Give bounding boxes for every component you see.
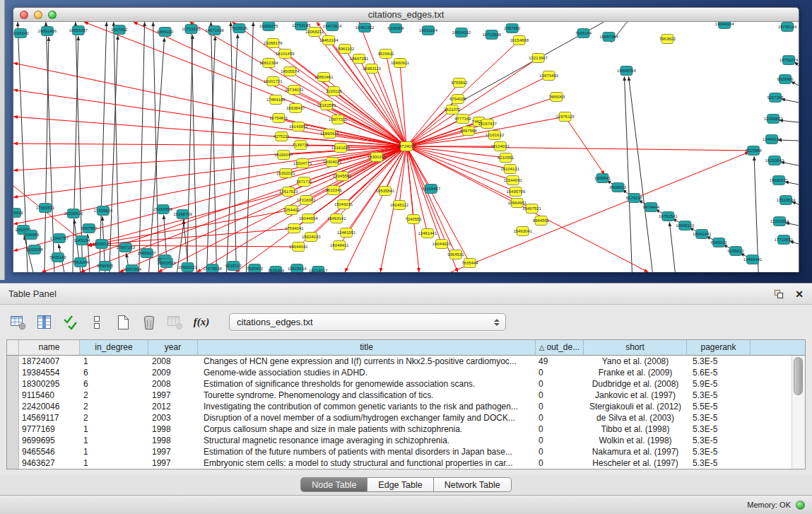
- graph-edge[interactable]: [290, 71, 406, 146]
- scrollbar-thumb[interactable]: [794, 357, 803, 395]
- table-cell[interactable]: 2008: [148, 378, 198, 390]
- graph-edge[interactable]: [406, 135, 495, 146]
- table-cell[interactable]: 14569117: [19, 412, 80, 424]
- table-cell[interactable]: Tibbo et al. (1998): [584, 424, 687, 435]
- graph-edge[interactable]: [451, 152, 749, 272]
- table-cell[interactable]: 5.9E-5: [687, 378, 751, 390]
- graph-edge[interactable]: [184, 220, 188, 262]
- table-cell[interactable]: 22420046: [19, 401, 80, 412]
- deselect-icon[interactable]: [87, 313, 107, 332]
- close-panel-icon[interactable]: ✕: [795, 289, 804, 299]
- table-row[interactable]: 1456911722003Disruption of a novel membe…: [7, 412, 805, 424]
- graph-edge[interactable]: [164, 215, 167, 257]
- table-row[interactable]: 946554611997Estimation of the future num…: [7, 446, 805, 457]
- table-cell[interactable]: 9699695: [19, 435, 80, 446]
- graph-edge[interactable]: [139, 22, 145, 272]
- function-builder-icon[interactable]: f(x): [192, 313, 211, 332]
- graph-edge[interactable]: [624, 76, 632, 272]
- table-cell[interactable]: Jankovic et al. (1997): [584, 390, 687, 401]
- table-cell[interactable]: 5.3E-5: [687, 435, 751, 446]
- network-canvas[interactable]: 5105343206914061065328715276026466100107…: [13, 22, 799, 272]
- graph-edge[interactable]: [114, 22, 119, 272]
- table-cell[interactable]: 9463627: [19, 457, 80, 469]
- tab-edge-table[interactable]: Edge Table: [367, 477, 433, 492]
- table-cell[interactable]: 2003: [148, 412, 198, 424]
- select-all-icon[interactable]: [61, 313, 81, 332]
- table-cell[interactable]: 5.3E-5: [687, 390, 751, 401]
- table-cell[interactable]: 1998: [148, 424, 198, 435]
- table-cell[interactable]: 1997: [148, 446, 198, 457]
- column-header-name[interactable]: name: [19, 340, 80, 356]
- table-cell[interactable]: Corpus callosum shape and size in male p…: [198, 424, 536, 435]
- table-cell[interactable]: 5.3E-5: [687, 356, 751, 367]
- table-cell[interactable]: Genome-wide association studies in ADHD.: [198, 367, 536, 378]
- table-row[interactable]: 977716911998Corpus callosum shape and si…: [7, 424, 805, 435]
- graph-edge[interactable]: [791, 81, 799, 86]
- graph-edge[interactable]: [46, 22, 54, 272]
- table-cell[interactable]: Nakamura et al. (1997): [584, 446, 687, 457]
- table-cell[interactable]: 5.3E-5: [687, 457, 751, 469]
- table-cell[interactable]: Structural magnetic resonance image aver…: [198, 435, 536, 446]
- graph-edge[interactable]: [76, 22, 83, 272]
- graph-edge[interactable]: [153, 22, 159, 272]
- column-header-short[interactable]: short: [584, 340, 687, 356]
- table-cell[interactable]: 18300295: [19, 378, 80, 390]
- delete-icon[interactable]: [139, 313, 159, 332]
- table-cell[interactable]: Hescheler et al. (1997): [584, 457, 687, 469]
- table-cell[interactable]: 1998: [148, 435, 198, 446]
- table-cell[interactable]: 2: [80, 390, 148, 401]
- table-cell[interactable]: 2: [80, 412, 148, 424]
- memory-status-indicator[interactable]: [796, 501, 805, 510]
- table-cell[interactable]: 9465546: [19, 446, 80, 457]
- table-cell[interactable]: 0: [536, 390, 584, 401]
- table-source-select[interactable]: citations_edges.txt: [229, 313, 506, 331]
- table-cell[interactable]: 9777169: [19, 424, 80, 435]
- table-row[interactable]: 911546021997Tourette syndrome. Phenomeno…: [7, 390, 805, 401]
- column-header-in_degree[interactable]: in_degree: [80, 340, 148, 356]
- graph-edge[interactable]: [669, 222, 675, 272]
- table-row[interactable]: 946362711997Embryonic stem cells: a mode…: [7, 457, 805, 469]
- table-cell[interactable]: de Silva et al. (2003): [584, 412, 687, 424]
- new-document-icon[interactable]: [113, 313, 133, 332]
- table-cell[interactable]: Estimation of the future numbers of pati…: [198, 446, 536, 457]
- graph-edge[interactable]: [565, 117, 605, 175]
- vertical-scrollbar[interactable]: [792, 356, 805, 469]
- table-cell[interactable]: 1997: [148, 390, 198, 401]
- table-cell[interactable]: 0: [536, 401, 584, 412]
- table-cell[interactable]: 6: [80, 367, 148, 378]
- table-cell[interactable]: 5.3E-5: [687, 412, 751, 424]
- table-cell[interactable]: 0: [536, 378, 584, 390]
- table-cell[interactable]: 1: [80, 356, 148, 367]
- column-header-pagerank[interactable]: pagerank: [687, 340, 751, 356]
- table-cell[interactable]: Embryonic stem cells: a model to study s…: [198, 457, 536, 469]
- table-cell[interactable]: Stergiakouli et al. (2012): [584, 401, 687, 412]
- table-cell[interactable]: 19384554: [19, 367, 80, 378]
- table-cell[interactable]: Investigating the contribution of common…: [198, 401, 536, 412]
- table-cell[interactable]: 49: [536, 356, 584, 367]
- table-row[interactable]: 969969511998Structural magnetic resonanc…: [7, 435, 805, 446]
- graph-edge[interactable]: [628, 76, 652, 272]
- table-row[interactable]: 1830029562008Estimation of significance …: [7, 378, 805, 390]
- graph-edge[interactable]: [13, 90, 406, 146]
- table-cell[interactable]: 1: [80, 424, 148, 435]
- column-header-out_de[interactable]: △out_de...: [536, 340, 584, 356]
- table-cell[interactable]: 0: [536, 367, 584, 378]
- delete-table-icon[interactable]: [165, 313, 185, 332]
- table-cell[interactable]: 5.6E-5: [687, 367, 751, 378]
- float-panel-icon[interactable]: [774, 289, 784, 299]
- table-settings-icon[interactable]: [8, 313, 28, 332]
- table-cell[interactable]: Wolkin et al. (1998): [584, 435, 687, 446]
- table-cell[interactable]: 0: [536, 435, 584, 446]
- network-svg[interactable]: 5105343206914061065328715276026466100107…: [13, 22, 799, 272]
- network-window-titlebar[interactable]: citations_edges.txt: [13, 8, 799, 22]
- table-cell[interactable]: 1997: [148, 457, 198, 469]
- tab-network-table[interactable]: Network Table: [434, 477, 512, 492]
- graph-edge[interactable]: [406, 146, 456, 255]
- table-row[interactable]: 2242004622012Investigating the contribut…: [7, 401, 805, 412]
- table-cell[interactable]: Changes of HCN gene expression and I(f) …: [198, 356, 536, 367]
- graph-edge[interactable]: [781, 99, 799, 103]
- table-cell[interactable]: Estimation of significance thresholds fo…: [198, 378, 536, 390]
- table-cell[interactable]: 5.3E-5: [687, 424, 751, 435]
- graph-edge[interactable]: [45, 37, 49, 272]
- table-row[interactable]: 1872400712008Changes of HCN gene express…: [7, 356, 805, 367]
